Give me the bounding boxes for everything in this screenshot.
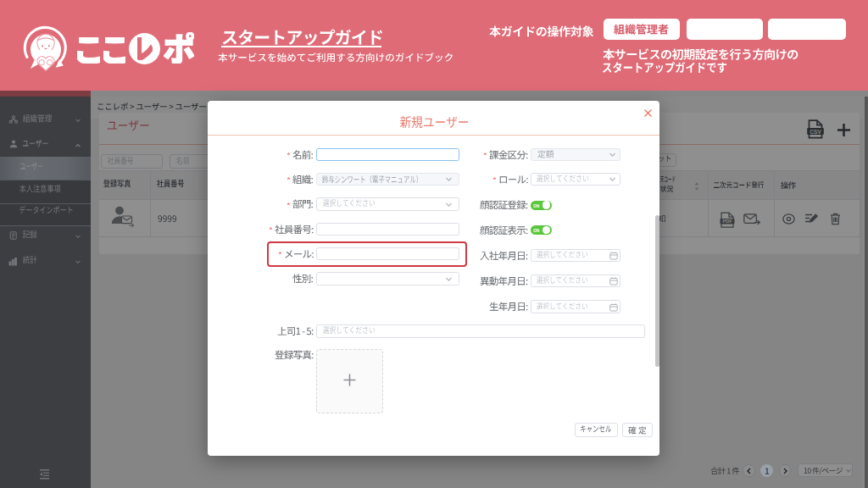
svg-text:ON: ON	[533, 229, 540, 233]
svg-text:ON: ON	[533, 204, 540, 208]
